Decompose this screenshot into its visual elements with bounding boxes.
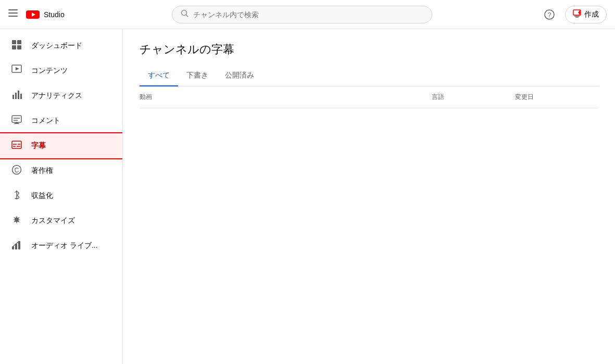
tab-published[interactable]: 公開済み — [217, 66, 262, 86]
youtube-logo — [26, 10, 40, 19]
svg-rect-22 — [12, 116, 21, 122]
search-input[interactable] — [193, 10, 423, 19]
search-bar — [172, 6, 432, 23]
sidebar-item-copyright[interactable]: C 著作権 — [0, 158, 122, 183]
tabs: すべて 下書き 公開済み — [140, 66, 598, 86]
tab-all[interactable]: すべて — [140, 66, 178, 86]
sidebar-item-content[interactable]: コンテンツ — [0, 58, 122, 83]
sidebar-item-label: オーディオ ライブ... — [31, 241, 98, 250]
svg-rect-32 — [12, 246, 14, 249]
svg-marker-3 — [32, 12, 35, 17]
sidebar-item-label: アナリティクス — [31, 91, 82, 101]
svg-rect-12 — [12, 40, 16, 44]
svg-rect-2 — [8, 16, 18, 17]
copyright-icon: C — [10, 165, 23, 178]
sidebar-item-label: コンテンツ — [31, 66, 68, 76]
hamburger-icon[interactable] — [8, 8, 18, 20]
tab-draft[interactable]: 下書き — [178, 66, 217, 86]
header: Studio ? — [0, 0, 615, 29]
content-icon — [10, 65, 23, 78]
svg-marker-9 — [578, 10, 580, 15]
svg-rect-13 — [17, 40, 21, 44]
audio-library-icon — [10, 240, 23, 253]
sidebar-item-label: 著作権 — [31, 166, 53, 175]
studio-label: Studio — [44, 10, 65, 19]
sidebar-item-label: カスタマイズ — [31, 216, 75, 225]
logo[interactable]: Studio — [26, 10, 65, 19]
create-icon — [573, 9, 581, 20]
sidebar-item-label: 収益化 — [31, 191, 53, 200]
sidebar-item-subtitles[interactable]: 字幕 — [0, 133, 122, 158]
column-language: 言語 — [432, 93, 515, 102]
svg-rect-0 — [8, 9, 18, 10]
header-search — [65, 6, 540, 23]
sidebar-item-analytics[interactable]: アナリティクス — [0, 83, 122, 108]
header-left: Studio — [8, 8, 65, 20]
sidebar-item-label: コメント — [31, 116, 60, 125]
svg-rect-1 — [8, 12, 18, 14]
monetization-icon — [10, 190, 23, 203]
svg-rect-20 — [18, 91, 19, 99]
sidebar-item-monetization[interactable]: 収益化 — [0, 183, 122, 208]
page-title: チャンネルの字幕 — [140, 42, 598, 57]
svg-marker-17 — [16, 67, 19, 70]
svg-rect-21 — [20, 94, 22, 99]
create-button[interactable]: 作成 — [565, 6, 607, 23]
svg-rect-14 — [12, 45, 16, 49]
header-right: ? 作成 — [540, 5, 607, 24]
svg-rect-34 — [18, 241, 20, 249]
svg-rect-19 — [15, 93, 17, 99]
main-content: チャンネルの字幕 すべて 下書き 公開済み 動画 言語 変更日 — [123, 29, 615, 121]
sidebar-item-audio-library[interactable]: オーディオ ライブ... — [0, 233, 122, 258]
sidebar-item-label: 字幕 — [31, 141, 46, 150]
customization-icon — [10, 215, 23, 228]
create-label: 作成 — [584, 10, 599, 19]
help-button[interactable]: ? — [540, 5, 559, 24]
sidebar-item-label: ダッシュボード — [31, 41, 82, 51]
sidebar-item-customization[interactable]: カスタマイズ — [0, 208, 122, 233]
svg-line-5 — [186, 15, 189, 17]
svg-rect-25 — [12, 141, 21, 148]
analytics-icon — [10, 90, 23, 103]
svg-rect-18 — [12, 95, 14, 99]
column-updated: 変更日 — [515, 93, 598, 102]
sidebar: ダッシュボード コンテンツ アナリティクス — [0, 29, 123, 364]
sidebar-item-dashboard[interactable]: ダッシュボード — [0, 33, 122, 58]
svg-text:?: ? — [548, 11, 551, 19]
svg-rect-15 — [17, 45, 21, 49]
dashboard-icon — [10, 40, 23, 53]
svg-text:C: C — [15, 167, 19, 174]
search-icon — [181, 9, 189, 20]
sidebar-item-comments[interactable]: コメント — [0, 108, 122, 133]
table-header: 動画 言語 変更日 — [140, 86, 598, 108]
comments-icon — [10, 115, 23, 128]
subtitles-icon — [10, 140, 23, 153]
column-video: 動画 — [140, 93, 432, 102]
